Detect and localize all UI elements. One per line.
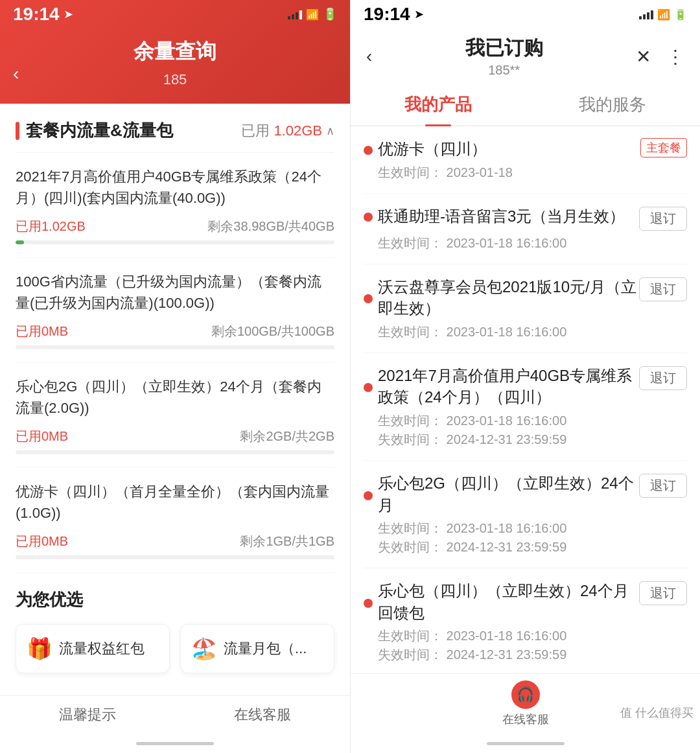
- home-indicator-right: [351, 734, 700, 753]
- section-used[interactable]: 已用 1.02GB ∧: [241, 121, 334, 141]
- right-nav-row: ‹ 我已订购 185** ✕ ⋮: [351, 29, 700, 84]
- product-2-time-label: 生效时间：: [378, 236, 443, 250]
- right-signal-icon: [639, 9, 653, 19]
- phone-number: 185: [163, 71, 187, 88]
- product-1-badge: 主套餐: [640, 138, 687, 157]
- product-1-name-row: 优游卡（四川）: [364, 138, 640, 160]
- service-label: 在线客服: [502, 712, 549, 727]
- location-icon: ➤: [64, 7, 73, 21]
- item-1-used: 已用1.02GB: [16, 218, 86, 235]
- left-status-icons: 📶 🔋: [288, 7, 337, 21]
- item-1-progress-bar: [16, 240, 334, 244]
- item-3-usage: 已用0MB 剩余2GB/共2GB: [16, 428, 334, 445]
- right-location-icon: ➤: [414, 7, 424, 21]
- product-2-unsub-button[interactable]: 退订: [639, 207, 687, 231]
- product-4-unsub-button[interactable]: 退订: [639, 366, 687, 390]
- data-item-1: 2021年7月高价值用户40GB专属维系政策（24个月）(四川)(套内国内流量(…: [16, 153, 334, 258]
- product-4-name-row: 2021年7月高价值用户40GB专属维系政策（24个月）（四川）: [364, 365, 639, 408]
- data-item-3: 乐心包2G（四川）（立即生效）24个月（套餐内流量(2.0G)) 已用0MB 剩…: [16, 363, 334, 468]
- item-3-title: 乐心包2G（四川）（立即生效）24个月（套餐内流量(2.0G)): [16, 376, 334, 419]
- product-3-dot: [364, 294, 373, 303]
- product-6-name: 乐心包（四川）（立即生效）24个月回馈包: [378, 580, 639, 623]
- product-2-name-row: 联通助理-语音留言3元（当月生效）: [364, 205, 639, 227]
- section-title-row: 套餐内流量&流量包: [16, 119, 173, 142]
- back-button[interactable]: ‹: [13, 64, 19, 84]
- product-4-time: 生效时间： 2023-01-18 16:16:00: [378, 412, 687, 430]
- product-item-3: 沃云盘尊享会员包2021版10元/月（立即生效） 退订 生效时间： 2023-0…: [364, 264, 687, 353]
- product-2-name: 联通助理-语音留言3元（当月生效）: [378, 205, 625, 227]
- right-panel: 19:14 ➤ 📶 🔋 ‹ 我已订购 185** ✕: [350, 0, 700, 753]
- page-title: 余量查询: [134, 38, 216, 66]
- product-5-name: 乐心包2G（四川）（立即生效）24个月: [378, 472, 639, 516]
- item-4-usage: 已用0MB 剩余1GB/共1GB: [16, 533, 334, 550]
- nav-item-online-service[interactable]: 在线客服: [175, 705, 350, 724]
- product-1-name: 优游卡（四川）: [378, 138, 487, 160]
- product-1-time-value: 2023-01-18: [447, 165, 513, 180]
- right-battery-icon: 🔋: [674, 8, 687, 21]
- right-wifi-icon: 📶: [657, 8, 670, 21]
- card-2-label: 流量月包（...: [224, 639, 307, 658]
- bottom-nav-left: 温馨提示 在线客服: [0, 695, 350, 734]
- item-1-title: 2021年7月高价值用户40GB专属维系政策（24个月）(四川)(套内国内流量(…: [16, 166, 334, 209]
- product-2-time: 生效时间： 2023-01-18 16:16:00: [378, 235, 687, 252]
- card-1-icon: 🎁: [27, 636, 52, 661]
- product-3-time: 生效时间： 2023-01-18 16:16:00: [378, 323, 687, 341]
- card-1-label: 流量权益红包: [59, 639, 145, 658]
- product-3-name-row: 沃云盘尊享会员包2021版10元/月（立即生效）: [364, 276, 639, 319]
- product-4-name: 2021年7月高价值用户40GB专属维系政策（24个月）（四川）: [378, 365, 639, 408]
- item-4-used: 已用0MB: [16, 533, 68, 550]
- product-item-1: 优游卡（四川） 主套餐 生效时间： 2023-01-18: [364, 126, 687, 194]
- home-bar-right: [487, 742, 565, 745]
- product-3-header: 沃云盘尊享会员包2021版10元/月（立即生效） 退订: [364, 276, 687, 319]
- battery-icon: 🔋: [323, 7, 337, 21]
- item-3-used: 已用0MB: [16, 428, 68, 445]
- item-3-remaining: 剩余2GB/共2GB: [240, 428, 334, 445]
- tab-bar: 我的产品 我的服务: [351, 84, 700, 126]
- signal-icon: [288, 9, 302, 19]
- nav-item-warm-tips[interactable]: 温馨提示: [0, 705, 175, 724]
- recommend-card-1[interactable]: 🎁 流量权益红包: [16, 624, 170, 673]
- left-time: 19:14: [13, 4, 60, 25]
- item-2-used: 已用0MB: [16, 323, 68, 340]
- product-1-time-label: 生效时间：: [378, 165, 443, 180]
- product-3-time-label: 生效时间：: [378, 325, 443, 339]
- item-1-usage: 已用1.02GB 剩余38.98GB/共40GB: [16, 218, 334, 235]
- product-2-dot: [364, 213, 373, 222]
- product-6-unsub-button[interactable]: 退订: [639, 581, 687, 605]
- product-item-6: 乐心包（四川）（立即生效）24个月回馈包 退订 生效时间： 2023-01-18…: [364, 568, 687, 673]
- product-3-unsub-button[interactable]: 退订: [639, 277, 687, 301]
- item-4-remaining: 剩余1GB/共1GB: [240, 533, 334, 550]
- data-item-4: 优游卡（四川）（首月全量全价）（套内国内流量(1.0G)) 已用0MB 剩余1G…: [16, 468, 334, 573]
- red-bar: [16, 122, 19, 140]
- product-6-header: 乐心包（四川）（立即生效）24个月回馈包 退订: [364, 580, 687, 623]
- tab-my-services[interactable]: 我的服务: [526, 84, 701, 125]
- product-5-name-row: 乐心包2G（四川）（立即生效）24个月: [364, 472, 639, 516]
- used-label: 已用: [241, 121, 270, 141]
- product-1-header: 优游卡（四川） 主套餐: [364, 138, 687, 160]
- item-2-remaining: 剩余100GB/共100GB: [211, 323, 334, 340]
- close-icon[interactable]: ✕: [633, 43, 653, 70]
- item-2-progress-bar: [16, 345, 334, 349]
- right-time: 19:14: [364, 4, 410, 25]
- product-3-name: 沃云盘尊享会员包2021版10元/月（立即生效）: [378, 276, 639, 319]
- recommend-card-2[interactable]: 🏖️ 流量月包（...: [180, 624, 334, 673]
- product-5-unsub-button[interactable]: 退订: [639, 474, 687, 498]
- product-2-time-value: 2023-01-18 16:16:00: [447, 236, 567, 250]
- product-4-expire: 失效时间： 2024-12-31 23:59:59: [378, 431, 687, 448]
- status-bar-left: 19:14 ➤ 📶 🔋: [0, 0, 350, 29]
- product-6-dot: [364, 599, 373, 608]
- chevron-up-icon[interactable]: ∧: [326, 124, 334, 138]
- right-content: 优游卡（四川） 主套餐 生效时间： 2023-01-18 联通助理-语音留言3元…: [351, 126, 700, 673]
- item-4-title: 优游卡（四川）（首月全量全价）（套内国内流量(1.0G)): [16, 481, 334, 524]
- item-4-progress-bar: [16, 555, 334, 559]
- product-item-2: 联通助理-语音留言3元（当月生效） 退订 生效时间： 2023-01-18 16…: [364, 194, 687, 264]
- tab-my-products[interactable]: 我的产品: [351, 84, 526, 125]
- headset-icon: 🎧: [511, 680, 540, 709]
- wifi-icon: 📶: [306, 8, 319, 21]
- more-icon[interactable]: ⋮: [664, 43, 687, 70]
- recommend-cards: 🎁 流量权益红包 🏖️ 流量月包（...: [16, 624, 334, 673]
- online-service-button[interactable]: 🎧 在线客服: [502, 680, 549, 727]
- product-1-dot: [364, 146, 373, 155]
- status-bar-right: 19:14 ➤ 📶 🔋: [351, 0, 700, 29]
- right-back-button[interactable]: ‹: [364, 43, 375, 69]
